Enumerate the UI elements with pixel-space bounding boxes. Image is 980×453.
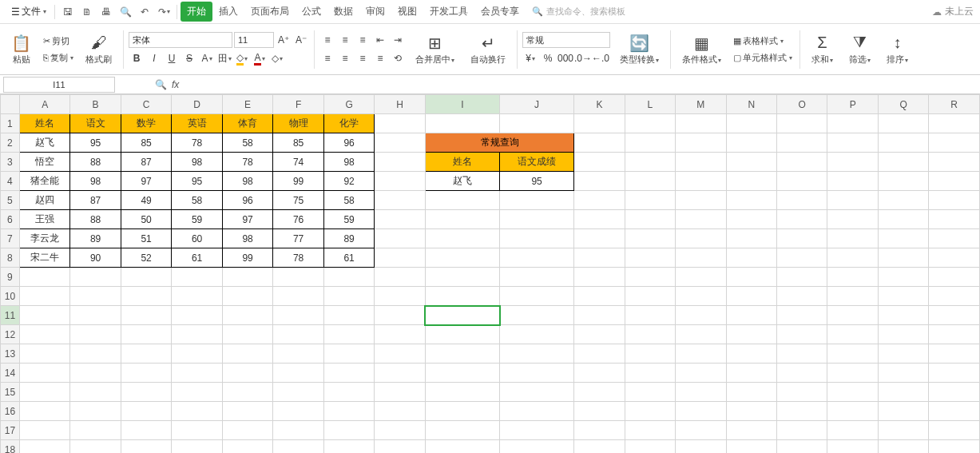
cell-A2[interactable]: 赵飞 <box>19 133 69 153</box>
cell-L10[interactable] <box>625 287 675 306</box>
cell-Q4[interactable] <box>878 172 928 191</box>
cell-G2[interactable]: 96 <box>323 133 375 153</box>
cell-F2[interactable]: 85 <box>273 133 324 153</box>
row-header-12[interactable]: 12 <box>1 325 20 344</box>
cell-N7[interactable] <box>726 229 776 248</box>
cell-B12[interactable] <box>70 325 121 344</box>
cell-C9[interactable] <box>121 268 172 287</box>
cell-H6[interactable] <box>375 210 425 229</box>
cell-P18[interactable] <box>827 440 878 454</box>
cell-A3[interactable]: 悟空 <box>19 153 69 172</box>
cell-C5[interactable]: 49 <box>121 191 172 210</box>
cell-K12[interactable] <box>574 325 625 344</box>
col-header-Q[interactable]: Q <box>878 95 928 114</box>
cell-D5[interactable]: 58 <box>172 191 223 210</box>
clear-format-button[interactable]: ◇▾ <box>269 50 285 66</box>
row-header-10[interactable]: 10 <box>1 287 20 306</box>
font-shrink-button[interactable]: A⁻ <box>293 32 309 48</box>
cell-O5[interactable] <box>777 191 827 210</box>
save-icon[interactable]: 🖫 <box>61 5 75 19</box>
redo-icon[interactable]: ↷▾ <box>157 5 171 19</box>
cell-D6[interactable]: 59 <box>172 210 223 229</box>
fill-color-button[interactable]: ◇▾ <box>234 50 250 66</box>
cell-I3[interactable]: 姓名 <box>425 153 499 172</box>
cell-P10[interactable] <box>827 287 878 306</box>
cell-C18[interactable] <box>121 440 172 454</box>
cell-F14[interactable] <box>273 364 324 383</box>
row-header-14[interactable]: 14 <box>1 364 20 383</box>
cell-E12[interactable] <box>222 325 273 344</box>
align-justify-button[interactable]: ≡ <box>372 50 388 66</box>
cell-Q3[interactable] <box>878 153 928 172</box>
cell-J14[interactable] <box>500 364 574 383</box>
cell-R1[interactable] <box>929 114 980 133</box>
cell-H7[interactable] <box>375 229 425 248</box>
cell-R5[interactable] <box>929 191 980 210</box>
cell-L9[interactable] <box>625 268 675 287</box>
cell-G7[interactable]: 89 <box>323 229 375 248</box>
col-header-A[interactable]: A <box>19 95 69 114</box>
cell-I1[interactable] <box>425 114 499 133</box>
cell-O18[interactable] <box>777 440 827 454</box>
dec-decimal-button[interactable]: ←.0 <box>593 50 609 66</box>
save-as-icon[interactable]: 🗎 <box>80 5 94 19</box>
cell-Q16[interactable] <box>878 402 928 421</box>
cell-A7[interactable]: 李云龙 <box>19 229 69 248</box>
cell-E18[interactable] <box>222 440 273 454</box>
cell-O7[interactable] <box>777 229 827 248</box>
cell-O17[interactable] <box>777 421 827 440</box>
row-header-1[interactable]: 1 <box>1 114 20 133</box>
cell-G5[interactable]: 58 <box>323 191 375 210</box>
cell-K9[interactable] <box>574 268 625 287</box>
cell-K17[interactable] <box>574 421 625 440</box>
row-header-2[interactable]: 2 <box>1 133 20 153</box>
cell-C17[interactable] <box>121 421 172 440</box>
cell-J8[interactable] <box>500 248 574 268</box>
cell-E11[interactable] <box>222 306 273 325</box>
number-format-combo[interactable]: 常规 <box>522 32 610 48</box>
cell-C8[interactable]: 52 <box>121 248 172 268</box>
border-button[interactable]: 田▾ <box>216 50 232 66</box>
cell-Q12[interactable] <box>878 325 928 344</box>
cell-E17[interactable] <box>222 421 273 440</box>
cell-L5[interactable] <box>625 191 675 210</box>
cell-A18[interactable] <box>19 440 69 454</box>
cell-P4[interactable] <box>827 172 878 191</box>
cell-F17[interactable] <box>273 421 324 440</box>
search-fx-icon[interactable]: 🔍 <box>155 79 167 90</box>
cell-M1[interactable] <box>676 114 726 133</box>
cell-L2[interactable] <box>625 133 675 153</box>
cell-L1[interactable] <box>625 114 675 133</box>
cell-M9[interactable] <box>676 268 726 287</box>
cell-B13[interactable] <box>70 344 121 364</box>
cell-F16[interactable] <box>273 402 324 421</box>
cell-E14[interactable] <box>222 364 273 383</box>
col-header-B[interactable]: B <box>70 95 121 114</box>
cell-M10[interactable] <box>676 287 726 306</box>
cell-F8[interactable]: 78 <box>273 248 324 268</box>
cell-H14[interactable] <box>375 364 425 383</box>
cell-N14[interactable] <box>726 364 776 383</box>
cell-Q2[interactable] <box>878 133 928 153</box>
cell-E8[interactable]: 99 <box>222 248 273 268</box>
cell-style-button[interactable]: ▢单元格样式▾ <box>731 50 795 66</box>
cell-F11[interactable] <box>273 306 324 325</box>
cell-O6[interactable] <box>777 210 827 229</box>
cell-J5[interactable] <box>500 191 574 210</box>
cell-K7[interactable] <box>574 229 625 248</box>
cell-J9[interactable] <box>500 268 574 287</box>
indent-dec-button[interactable]: ⇤ <box>372 32 388 48</box>
cell-A9[interactable] <box>19 268 69 287</box>
cell-N6[interactable] <box>726 210 776 229</box>
cell-I6[interactable] <box>425 210 499 229</box>
cell-J7[interactable] <box>500 229 574 248</box>
cell-P2[interactable] <box>827 133 878 153</box>
cell-E7[interactable]: 98 <box>222 229 273 248</box>
cell-M17[interactable] <box>676 421 726 440</box>
cell-N1[interactable] <box>726 114 776 133</box>
cell-D10[interactable] <box>172 287 223 306</box>
underline-button[interactable]: U <box>164 50 180 66</box>
row-header-17[interactable]: 17 <box>1 421 20 440</box>
cell-R15[interactable] <box>929 383 980 402</box>
align-bottom-button[interactable]: ≡ <box>355 32 371 48</box>
